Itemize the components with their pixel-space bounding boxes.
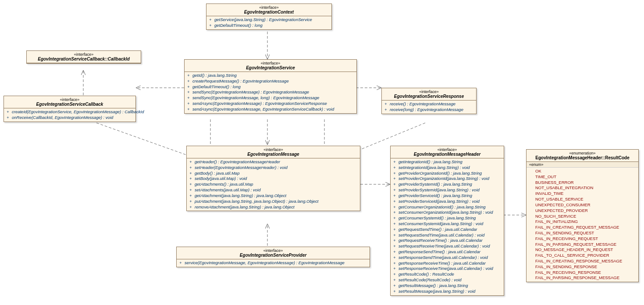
class-name: EgovIntegrationMessageHeader::ResultCode — [530, 155, 635, 160]
enum-literal: INVALID_TIME — [529, 191, 636, 197]
enum-literal: FAIL_IN_PARSING_RESPONSE_MESSAGE — [529, 275, 636, 281]
stereotype-label: «interface» — [385, 90, 473, 94]
operation: +getId() : java.lang.String — [187, 73, 354, 79]
operation: +getProviderServiceId() : java.lang.Stri… — [393, 193, 501, 199]
operation: +setBody(java.util.Map) : void — [189, 176, 357, 182]
class-name: EgovIntegrationServiceProvider — [180, 253, 366, 258]
class-service: «interface»EgovIntegrationService +getId… — [184, 59, 357, 114]
operation: +getConsumerSystemId() : java.lang.Strin… — [393, 215, 501, 221]
enum-literal: NO_MESSAGE_HEADER_IN_REQUEST — [529, 247, 636, 253]
class-name: EgovIntegrationService — [188, 65, 353, 70]
operation: +setResultMessage(java.lang.String) : vo… — [393, 289, 501, 294]
operation: +setConsumerSystemId(java.lang.String) :… — [393, 221, 501, 227]
operation: +receive() : EgovIntegrationMessage — [384, 101, 473, 107]
class-name: EgovIntegrationMessage — [190, 152, 356, 157]
operation: +setRequestReceiveTime(java.util.Calenda… — [393, 244, 501, 249]
stereotype-label: «enumeration» — [530, 151, 635, 155]
operation: +setConsumerOrganizationId(java.lang.Str… — [393, 210, 501, 215]
enum-literal: FAIL_IN_CREATING_RESPONSE_MESSAGE — [529, 258, 636, 264]
enum-literal: FAIL_IN_CREATING_REQUEST_MESSAGE — [529, 225, 636, 230]
stereotype-label: «interface» — [7, 97, 132, 102]
enum-section-label: «enum» — [527, 162, 638, 168]
operation: +getRequestReceiveTime() : java.util.Cal… — [393, 238, 501, 244]
operation: +getAttachments() : java.util.Map — [189, 182, 357, 187]
op-list: +getIntegrationId() : java.lang.String+s… — [391, 158, 504, 295]
operation: +removeAttachment(java.lang.String) : ja… — [189, 205, 357, 210]
enum-literal: NOT_USABLE_SERVICE — [529, 197, 636, 202]
class-name: EgovIntegrationServiceCallback::Callback… — [30, 57, 137, 61]
class-callback: «interface»EgovIntegrationServiceCallbac… — [4, 96, 136, 122]
class-name: EgovIntegrationServiceResponse — [385, 94, 473, 99]
operation: +getConsumerOrganizationId() : java.lang… — [393, 205, 501, 210]
operation: +setResponseReceiveTime(java.util.Calend… — [393, 266, 501, 272]
op-list: +service(EgovIntegrationMessage, EgovInt… — [177, 259, 370, 267]
enum-literal: BUSINESS_ERROR — [529, 180, 636, 186]
operation: +getResultMessage() : java.lang.String — [393, 283, 501, 289]
op-list: +createId(EgovIntegrationService, EgovIn… — [4, 108, 135, 122]
stereotype-label: «interface» — [180, 248, 366, 253]
operation: +getBody() : java.util.Map — [189, 171, 357, 176]
op-list: +getService(java.lang.String) : EgovInte… — [206, 16, 331, 29]
operation: +service(EgovIntegrationMessage, EgovInt… — [179, 260, 367, 266]
enum-literal: UNEXPECTED_CONSUMER — [529, 202, 636, 208]
operation: +getHeader() : EgovIntegrationMessageHea… — [189, 159, 357, 165]
stereotype-label: «interface» — [30, 52, 137, 57]
op-list: +getHeader() : EgovIntegrationMessageHea… — [187, 158, 360, 211]
enum-literal: FAIL_IN_SENDING_RESPONSE — [529, 264, 636, 270]
operation: +setProviderOrganizationId(java.lang.Str… — [393, 176, 501, 182]
enum-literal: NO_SUCH_SERVICE — [529, 214, 636, 219]
operation: +createRequestMessage() : EgovIntegratio… — [187, 79, 354, 84]
operation: +sendAsync(EgovIntegrationMessage, EgovI… — [187, 107, 354, 112]
operation: +setAttachments(java.util.Map) : void — [189, 187, 357, 193]
operation: +sendAsync(EgovIntegrationMessage) : Ego… — [187, 101, 354, 107]
stereotype-label: «interface» — [210, 5, 328, 10]
operation: +setProviderSystemId(java.lang.String) :… — [393, 187, 501, 193]
operation: +setResponseSendTime(java.util.Calendar)… — [393, 255, 501, 261]
operation: +setResultCode(ResultCode) : void — [393, 277, 501, 283]
operation: +setProviderServiceId(java.lang.String) … — [393, 199, 501, 205]
enum-literal: FAIL_TO_CALL_SERVICE_PROVIDER — [529, 253, 636, 258]
operation: +getIntegrationId() : java.lang.String — [393, 159, 501, 165]
operation: +sendSync(EgovIntegrationMessage, long) … — [187, 95, 354, 101]
operation: +receive(long) : EgovIntegrationMessage — [384, 107, 473, 113]
operation: +setHeader(EgovIntegrationMessageHeader)… — [189, 165, 357, 171]
class-name: EgovIntegrationServiceCallback — [7, 102, 132, 107]
operation: +getResultCode() : ResultCode — [393, 272, 501, 277]
operation: +sendSync(EgovIntegrationMessage) : Egov… — [187, 90, 354, 95]
enum-literal: NOT_USABLE_INTEGRATION — [529, 185, 636, 191]
enum-resultcode: «enumeration»EgovIntegrationMessageHeade… — [526, 149, 639, 282]
operation: +getProviderSystemId() : java.lang.Strin… — [393, 182, 501, 187]
enum-literal: UNEXPECTED_PROVIDER — [529, 208, 636, 214]
operation: +getAttachment(java.lang.String) : java.… — [189, 193, 357, 199]
enum-literal: FAIL_IN_RECEIVING_RESPONSE — [529, 270, 636, 276]
class-name: EgovIntegrationMessageHeader — [394, 152, 500, 157]
operation: +getRequestSendTime() : java.util.Calend… — [393, 227, 501, 233]
class-header: «interface»EgovIntegrationMessageHeader … — [390, 146, 504, 296]
enum-literal: TIME_OUT — [529, 174, 636, 180]
operation: +getDefaultTimeout() : long — [209, 23, 329, 29]
stereotype-label: «interface» — [188, 61, 353, 65]
class-response: «interface»EgovIntegrationServiceRespons… — [381, 88, 477, 114]
enum-literal: FAIL_IN_INITIALIZING — [529, 219, 636, 225]
enum-literal: FAIL_IN_RECEIVING_REQUEST — [529, 236, 636, 242]
operation: +getResponseSendTime() : java.util.Calen… — [393, 249, 501, 255]
class-context: «interface»EgovIntegrationContext +getSe… — [206, 4, 332, 30]
operation: +getResponseReceiveTime() : java.util.Ca… — [393, 261, 501, 266]
class-name: EgovIntegrationContext — [210, 10, 328, 14]
class-provider: «interface»EgovIntegrationServiceProvide… — [176, 247, 370, 267]
operation: +getDefaultTimeout() : long — [187, 84, 354, 90]
enum-literal: OK — [529, 169, 636, 174]
op-list: +receive() : EgovIntegrationMessage+rece… — [382, 100, 476, 114]
operation: +getProviderOrganizationId() : java.lang… — [393, 171, 501, 176]
enum-literal: FAIL_IN_PARSING_REQUEST_MESSAGE — [529, 242, 636, 248]
operation: +getService(java.lang.String) : EgovInte… — [209, 17, 329, 23]
operation: +setIntegrationId(java.lang.String) : vo… — [393, 165, 501, 171]
enum-list: OKTIME_OUTBUSINESS_ERRORNOT_USABLE_INTEG… — [527, 168, 638, 282]
operation: +putAttachment(java.lang.String, java.la… — [189, 199, 357, 205]
operation: +onReceive(CallbackId, EgovIntegrationMe… — [7, 115, 133, 121]
operation: +createId(EgovIntegrationService, EgovIn… — [7, 109, 133, 115]
op-list: +getId() : java.lang.String+createReques… — [185, 72, 356, 113]
class-callbackid: «interface»EgovIntegrationServiceCallbac… — [26, 50, 141, 64]
stereotype-label: «interface» — [190, 147, 356, 152]
class-message: «interface»EgovIntegrationMessage +getHe… — [186, 146, 360, 211]
